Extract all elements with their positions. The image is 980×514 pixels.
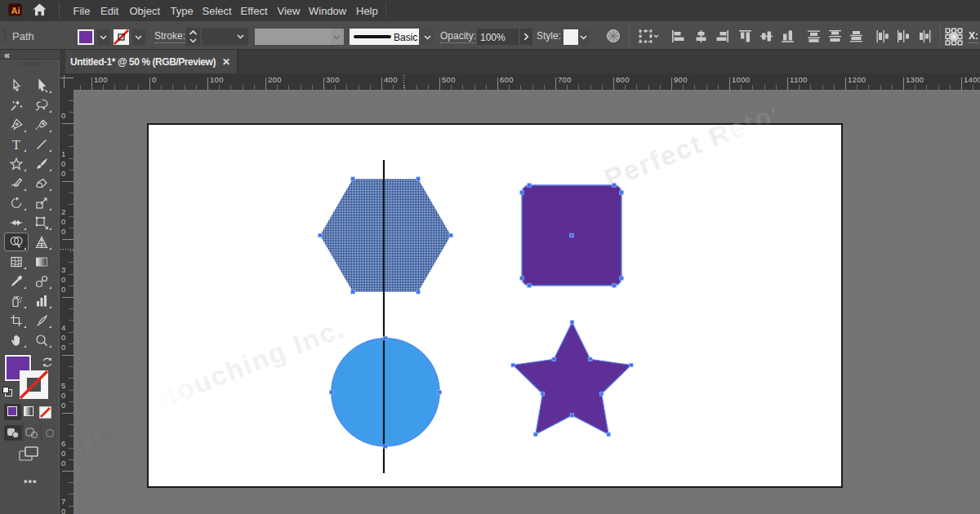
svg-text:rfe: rfe	[74, 419, 120, 462]
svg-text:T: T	[12, 138, 20, 152]
